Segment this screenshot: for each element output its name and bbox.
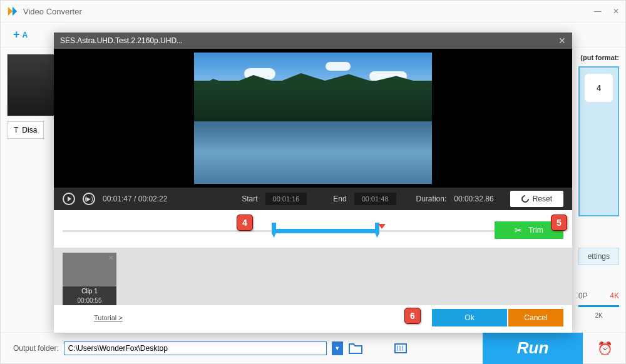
plus-icon: +: [13, 28, 20, 41]
annotation-marker-5: 5: [551, 215, 567, 231]
time-display: 00:01:47 / 00:02:22: [103, 195, 167, 203]
selection-range[interactable]: [273, 229, 378, 233]
video-frame: [194, 53, 432, 184]
duration-value: 00:00:32.86: [454, 195, 493, 203]
run-button[interactable]: Run: [483, 333, 583, 364]
add-file-button[interactable]: + A: [13, 28, 28, 41]
end-time-input[interactable]: 00:01:48: [354, 193, 396, 205]
clip-time: 00:00:55: [63, 296, 116, 305]
format-selector[interactable]: 4: [578, 66, 619, 216]
clip-label: Clip 1: [63, 286, 116, 296]
bottom-bar: Output folder: C:\Users\WonderFox\Deskto…: [1, 332, 625, 363]
text-icon: T: [14, 126, 18, 134]
scissors-icon: ✂: [515, 225, 522, 235]
output-path-input[interactable]: C:\Users\WonderFox\Desktop: [64, 341, 327, 355]
ok-button[interactable]: Ok: [432, 309, 507, 326]
duration-label: Duration:: [416, 195, 447, 203]
minimize-button[interactable]: —: [594, 7, 602, 16]
clip-remove-icon[interactable]: ✕: [108, 254, 114, 262]
output-folder-label: Output folder:: [13, 344, 59, 353]
video-preview: [54, 49, 572, 188]
start-label: Start: [242, 195, 257, 203]
playback-controls: (▶) 00:01:47 / 00:02:22 Start 00:01:16 E…: [54, 188, 572, 210]
titlebar: Video Converter — ✕: [1, 1, 625, 23]
cancel-button[interactable]: Cancel: [508, 309, 563, 326]
dialog-close-button[interactable]: ✕: [558, 36, 566, 46]
merge-icon[interactable]: [393, 342, 408, 355]
dialog-header: SES.Astra.UHD.Test.2.2160p.UHD... ✕: [54, 33, 572, 49]
annotation-marker-6: 6: [404, 308, 421, 324]
dialog-title: SES.Astra.UHD.Test.2.2160p.UHD...: [60, 36, 183, 45]
annotation-marker-4: 4: [237, 215, 253, 231]
quality-slider[interactable]: 0P 4K 2K: [578, 291, 619, 319]
timeline-track[interactable]: [63, 230, 563, 232]
clips-panel: ✕ Clip 1 00:00:55: [54, 248, 572, 305]
output-format-label: (put format:: [580, 54, 619, 61]
playhead-icon[interactable]: [378, 224, 386, 229]
step-button[interactable]: (▶): [83, 193, 95, 205]
reset-button[interactable]: Reset: [510, 191, 563, 207]
end-label: End: [333, 195, 346, 203]
trim-timeline[interactable]: ✂ Trim: [54, 210, 572, 248]
settings-button[interactable]: ettings: [578, 248, 619, 265]
dialog-footer: Tutorial > Ok Cancel: [54, 305, 572, 330]
browse-folder-icon[interactable]: [348, 342, 363, 355]
svg-rect-0: [395, 344, 406, 353]
app-title: Video Converter: [23, 7, 594, 16]
tutorial-link[interactable]: Tutorial >: [94, 314, 123, 321]
trim-dialog: SES.Astra.UHD.Test.2.2160p.UHD... ✕ (▶) …: [54, 33, 572, 333]
play-icon: [68, 196, 71, 201]
path-dropdown-icon[interactable]: ▼: [332, 341, 343, 355]
app-logo-icon: [7, 6, 18, 17]
reset-icon: [520, 194, 530, 205]
disable-button[interactable]: T Disa: [7, 121, 44, 139]
play-button[interactable]: [63, 193, 75, 205]
start-time-input[interactable]: 00:01:16: [265, 193, 307, 205]
close-button[interactable]: ✕: [613, 7, 619, 16]
schedule-icon[interactable]: ⏰: [597, 341, 613, 356]
mp4-format-icon: 4: [585, 74, 613, 102]
clip-item[interactable]: ✕ Clip 1 00:00:55: [63, 253, 116, 300]
